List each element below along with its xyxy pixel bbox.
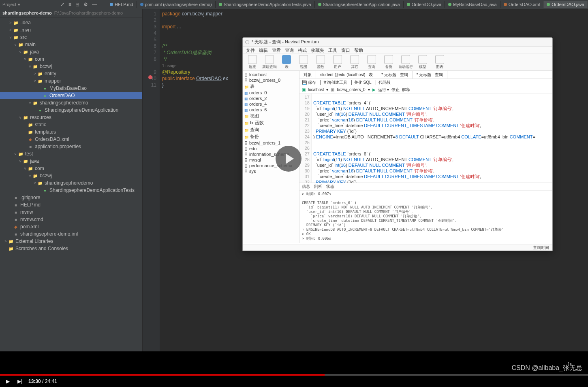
stop-button[interactable]: 停止	[391, 87, 400, 93]
tree-item[interactable]: static	[0, 121, 142, 128]
toolbar-button[interactable]: 表	[279, 55, 294, 70]
db-tree-item[interactable]: localhost	[244, 72, 298, 77]
editor-tab[interactable]: OrdersDAO.xml	[500, 1, 544, 8]
db-tree-item[interactable]: orders_6	[244, 107, 298, 113]
tree-item[interactable]: vshardingsepheredemo	[0, 179, 142, 187]
tree-item[interactable]: >.idea	[0, 19, 142, 26]
tree-item[interactable]: vshardingsepheredemo	[0, 99, 142, 106]
run-button[interactable]: 运行 ▾	[378, 87, 389, 93]
tree-item[interactable]: vjava	[0, 157, 142, 165]
explain-button[interactable]: 解释	[402, 87, 410, 93]
project-label[interactable]: Project	[2, 2, 16, 7]
toolbar-button[interactable]: 模型	[415, 55, 430, 70]
navicat-window[interactable]: * 无标题 - 查询 - Navicat Premium 文件编辑查看查询格式收…	[242, 37, 553, 251]
tree-item[interactable]: application.properties	[0, 143, 142, 150]
menu-item[interactable]: 文件	[246, 47, 255, 53]
db-tree-item[interactable]: orders_4	[244, 101, 298, 107]
collapse-icon[interactable]: ⊟	[75, 2, 79, 7]
gear-icon[interactable]: ⚙	[83, 2, 88, 7]
tree-item[interactable]: vbczwj	[0, 172, 142, 179]
editor-tab[interactable]: OrdersDO.java	[404, 1, 445, 8]
editor-tab[interactable]: OrdersDAO.java	[543, 1, 588, 8]
project-root-name[interactable]: shardingsephere-demo	[2, 11, 52, 15]
editor-tab[interactable]: ShardingsephereDemoApplicationTests.java	[216, 1, 315, 8]
result-tab[interactable]: 剖析	[314, 184, 322, 189]
editor-tab[interactable]: HELP.md	[107, 1, 137, 8]
query-tab[interactable]: student @edu (localhost) - 表	[316, 71, 377, 79]
sub-toolbar-item[interactable]: │ 查询创建工具	[319, 80, 347, 85]
menu-item[interactable]: 编辑	[259, 47, 268, 53]
toolbar-button[interactable]: 用户	[330, 55, 345, 70]
db-tree-item[interactable]: orders_0	[244, 90, 298, 96]
db-tree-item[interactable]: bczwj_orders_0	[244, 77, 298, 83]
db-tree-item[interactable]: 备份	[244, 133, 298, 140]
next-icon[interactable]: ▶|	[16, 378, 24, 385]
tree-item[interactable]: vcom	[0, 165, 142, 172]
editor-tab[interactable]: pom.xml (shardingsephere-demo)	[137, 1, 216, 8]
tree-item[interactable]: vmain	[0, 41, 142, 48]
tree-item[interactable]: templates	[0, 128, 142, 136]
query-tab[interactable]: * 无标题 - 查询	[377, 71, 413, 79]
tree-item[interactable]: >External Libraries	[0, 238, 142, 245]
menu-item[interactable]: 查看	[272, 47, 281, 53]
expand-icon[interactable]: ⤢	[60, 2, 64, 7]
play-icon[interactable]: ▶	[4, 378, 11, 385]
result-tab[interactable]: 信息	[302, 184, 310, 189]
sql-editor[interactable]: 171819202122232425262728293031323334 CRE…	[299, 94, 552, 183]
tree-item[interactable]: OrdersDAO.xml	[0, 136, 142, 143]
toolbar-button[interactable]: 连接	[245, 55, 260, 70]
tree-item[interactable]: mvnw	[0, 208, 142, 216]
menu-item[interactable]: 收藏夹	[311, 47, 324, 53]
menu-item[interactable]: 工具	[328, 47, 337, 53]
db-tree-item[interactable]: 表	[244, 83, 298, 90]
toolbar-button[interactable]: 自动运行	[398, 55, 413, 70]
tree-item[interactable]: Scratches and Consoles	[0, 245, 142, 252]
tree-item[interactable]: shardingsephere-demo.iml	[0, 230, 142, 238]
navicat-toolbar[interactable]: 连接新建查询表视图函数用户其它查询备份自动运行模型图表	[243, 54, 552, 71]
minimize-icon[interactable]: —	[92, 2, 97, 7]
navicat-menu[interactable]: 文件编辑查看查询格式收藏夹工具窗口帮助	[243, 47, 552, 54]
editor-tab[interactable]: ShardingsephereDemoApplication.java	[315, 1, 404, 8]
menu-item[interactable]: 格式	[298, 47, 307, 53]
tree-item[interactable]: vjava	[0, 48, 142, 55]
tree-item[interactable]: OrdersDAO	[0, 92, 142, 99]
menu-item[interactable]: 帮助	[354, 47, 363, 53]
toolbar-button[interactable]: 备份	[381, 55, 396, 70]
query-tab[interactable]: * 无标题 - 查询	[413, 71, 448, 79]
toolbar-button[interactable]: 函数	[313, 55, 328, 70]
tree-item[interactable]: HELP.md	[0, 201, 142, 208]
navicat-subtoolbar[interactable]: 💾 保存│ 查询创建工具│ 美化 SQL│ 代码段	[299, 79, 552, 86]
tree-item[interactable]: >.mvn	[0, 26, 142, 34]
tree-item[interactable]: vresources	[0, 114, 142, 121]
tree-item[interactable]: vsrc	[0, 34, 142, 41]
tree-item[interactable]: vtest	[0, 150, 142, 157]
toolbar-button[interactable]: 视图	[296, 55, 311, 70]
query-tab[interactable]: 对象	[299, 71, 316, 79]
navicat-titlebar[interactable]: * 无标题 - 查询 - Navicat Premium	[243, 38, 552, 47]
tree-item[interactable]: mvnw.cmd	[0, 216, 142, 223]
db-tree-item[interactable]: 查询	[244, 126, 298, 133]
tree-item[interactable]: MyBatisBaseDao	[0, 85, 142, 92]
tree-item[interactable]: vmapper	[0, 77, 142, 85]
menu-item[interactable]: 窗口	[341, 47, 350, 53]
toolbar-button[interactable]: 图表	[432, 55, 447, 70]
tree-item[interactable]: ShardingsephereDemoApplication	[0, 106, 142, 114]
editor-tab[interactable]: MyBatisBaseDao.java	[445, 1, 500, 8]
play-button[interactable]	[276, 146, 301, 172]
result-tab[interactable]: 状态	[326, 184, 334, 189]
db-tree-item[interactable]: 视图	[244, 113, 298, 119]
sub-toolbar-item[interactable]: │ 美化 SQL	[351, 80, 372, 85]
sub-toolbar-item[interactable]: 💾 保存	[302, 80, 316, 85]
tree-item[interactable]: vbczwj	[0, 63, 142, 70]
tree-item[interactable]: pom.xml	[0, 223, 142, 230]
db-tree-item[interactable]: bczwj_orders_1	[244, 140, 298, 146]
toolbar-button[interactable]: 查询	[364, 55, 379, 70]
menu-item[interactable]: 查询	[285, 47, 294, 53]
tree-item[interactable]: vcom	[0, 55, 142, 63]
toolbar-button[interactable]: 其它	[347, 55, 362, 70]
tree-item[interactable]: >entity	[0, 70, 142, 77]
toolbar-button[interactable]: 新建查询	[262, 55, 277, 70]
db-tree-item[interactable]: orders_2	[244, 96, 298, 101]
sub-toolbar-item[interactable]: │ 代码段	[375, 80, 391, 85]
db-tree-item[interactable]: fx 函数	[244, 119, 298, 126]
